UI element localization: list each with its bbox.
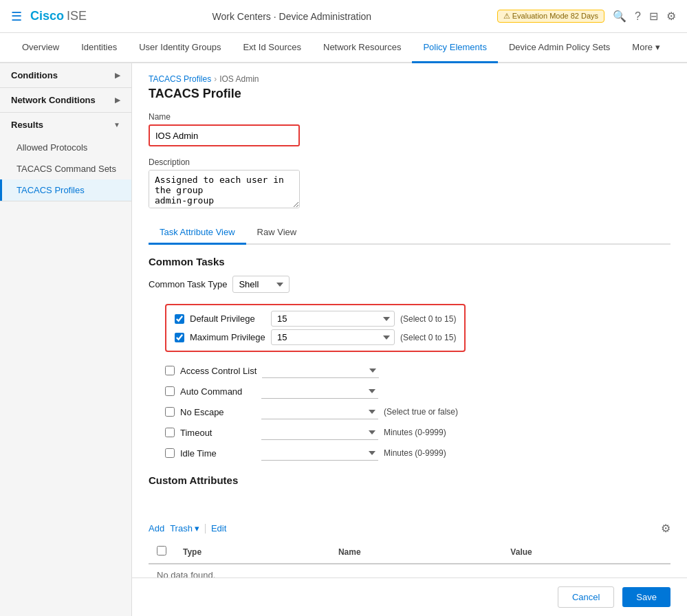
conditions-chevron-icon: ▶	[115, 72, 120, 79]
results-label: Results	[11, 120, 43, 130]
footer-bar: Cancel Save	[132, 578, 687, 616]
custom-attributes-section: Custom Attributes Add Trash ▾ Edit ⚙	[149, 474, 670, 586]
trash-button[interactable]: Trash ▾	[170, 523, 199, 534]
breadcrumb-current: IOS Admin	[219, 74, 259, 84]
top-header: ☰ Cisco ISE Work Centers · Device Admini…	[0, 0, 687, 33]
notifications-icon[interactable]: ⊟	[649, 10, 658, 23]
common-tasks-title: Common Tasks	[149, 256, 670, 267]
sidebar-item-tacacs-profiles[interactable]: TACACS Profiles	[0, 179, 131, 201]
toolbar-separator	[205, 524, 206, 534]
maximum-privilege-hint: (Select 0 to 15)	[400, 333, 456, 342]
nav-item-overview[interactable]: Overview	[11, 33, 70, 63]
default-privilege-hint: (Select 0 to 15)	[400, 314, 456, 324]
sidebar-section-results: Results ▼ Allowed Protocols TACACS Comma…	[0, 113, 131, 201]
common-task-type-select[interactable]: Shell Custom	[232, 276, 290, 293]
sidebar: Conditions ▶ Network Conditions ▶ Result…	[0, 63, 132, 616]
idle-time-hint: Minutes (0-9999)	[384, 448, 446, 458]
results-chevron-icon: ▼	[113, 121, 120, 129]
conditions-label: Conditions	[11, 70, 58, 80]
default-privilege-row: Default Privilege 15 0123 4567 891011 12…	[175, 311, 456, 327]
timeout-checkbox[interactable]	[165, 428, 175, 437]
default-privilege-select[interactable]: 15 0123 4567 891011 121314	[271, 311, 395, 327]
save-button[interactable]: Save	[622, 587, 670, 607]
common-task-type-label: Common Task Type	[149, 279, 227, 289]
sidebar-header-network-conditions[interactable]: Network Conditions ▶	[0, 88, 131, 112]
breadcrumb-parent[interactable]: TACACS Profiles	[149, 74, 211, 84]
nav-item-network-resources[interactable]: Network Resources	[312, 33, 412, 63]
col-type: Type	[175, 540, 330, 564]
cisco-logo: Cisco ISE	[30, 9, 87, 23]
nav-item-device-admin-policy-sets[interactable]: Device Admin Policy Sets	[498, 33, 621, 63]
maximum-privilege-row: Maximum Privilege 15 0123 4567 891011 12…	[175, 329, 456, 345]
sidebar-header-conditions[interactable]: Conditions ▶	[0, 63, 131, 87]
tab-task-attribute-view[interactable]: Task Attribute View	[149, 221, 246, 245]
auto-command-checkbox[interactable]	[165, 386, 175, 396]
hamburger-icon[interactable]: ☰	[11, 9, 22, 24]
auto-command-label: Auto Command	[180, 386, 256, 397]
settings-gear-icon[interactable]: ⚙	[661, 522, 670, 535]
nav-item-ext-id-sources[interactable]: Ext Id Sources	[232, 33, 312, 63]
edit-button[interactable]: Edit	[211, 523, 226, 534]
no-escape-checkbox[interactable]	[165, 407, 175, 417]
ise-brand: ISE	[67, 9, 87, 23]
tab-raw-view[interactable]: Raw View	[246, 221, 308, 245]
sidebar-section-conditions: Conditions ▶	[0, 63, 131, 88]
nav-item-user-identity-groups[interactable]: User Identity Groups	[128, 33, 232, 63]
default-privilege-checkbox[interactable]	[175, 314, 184, 324]
select-all-checkbox[interactable]	[157, 546, 166, 556]
more-chevron-icon: ▾	[655, 42, 660, 52]
idle-time-select[interactable]	[261, 446, 378, 461]
trash-chevron-icon: ▾	[195, 523, 199, 534]
privilege-block: Default Privilege 15 0123 4567 891011 12…	[165, 304, 466, 352]
common-tasks-section: Common Tasks Common Task Type Shell Cust…	[149, 256, 670, 461]
page-title: TACACS Profile	[149, 87, 670, 101]
access-control-list-select[interactable]	[262, 363, 379, 378]
more-label: More	[632, 42, 653, 52]
name-field-group: Name	[149, 112, 670, 146]
col-value: Value	[502, 540, 670, 564]
cisco-brand: Cisco	[30, 9, 64, 23]
col-name: Name	[330, 540, 502, 564]
sidebar-item-tacacs-command-sets[interactable]: TACACS Command Sets	[0, 158, 131, 179]
cancel-button[interactable]: Cancel	[558, 586, 614, 608]
settings-icon[interactable]: ⚙	[666, 10, 676, 23]
no-escape-label: No Escape	[180, 407, 256, 417]
breadcrumb: TACACS Profiles › IOS Admin	[149, 74, 670, 84]
timeout-row: Timeout Minutes (0-9999)	[165, 425, 670, 440]
description-textarea[interactable]: Assigned to each user in the group admin…	[149, 170, 300, 208]
nav-item-identities[interactable]: Identities	[70, 33, 128, 63]
idle-time-checkbox[interactable]	[165, 448, 175, 458]
sidebar-header-results[interactable]: Results ▼	[0, 113, 131, 137]
idle-time-label: Idle Time	[180, 448, 256, 459]
auto-command-select[interactable]	[261, 384, 378, 399]
default-privilege-label: Default Privilege	[190, 314, 265, 324]
header-title: Work Centers · Device Administration	[95, 11, 489, 22]
add-button[interactable]: Add	[149, 523, 164, 534]
main-layout: Conditions ▶ Network Conditions ▶ Result…	[0, 63, 687, 616]
nav-item-more[interactable]: More ▾	[621, 33, 671, 63]
maximum-privilege-select[interactable]: 15 0123 4567 891011 121314	[271, 329, 395, 345]
timeout-select[interactable]	[261, 425, 378, 440]
help-icon[interactable]: ?	[635, 10, 641, 23]
sidebar-section-network-conditions: Network Conditions ▶	[0, 88, 131, 113]
eval-badge[interactable]: ⚠ Evaluation Mode 82 Days	[497, 10, 604, 23]
description-label: Description	[149, 157, 670, 167]
nav-bar: Overview Identities User Identity Groups…	[0, 33, 687, 63]
sidebar-item-allowed-protocols[interactable]: Allowed Protocols	[0, 137, 131, 158]
timeout-hint: Minutes (0-9999)	[384, 428, 446, 437]
maximum-privilege-checkbox[interactable]	[175, 333, 184, 342]
header-right: ⚠ Evaluation Mode 82 Days 🔍 ? ⊟ ⚙	[497, 10, 676, 23]
search-icon[interactable]: 🔍	[613, 10, 626, 23]
maximum-privilege-label: Maximum Privilege	[190, 332, 265, 342]
network-conditions-label: Network Conditions	[11, 95, 96, 105]
trash-label: Trash	[170, 523, 193, 534]
description-field-group: Description Assigned to each user in the…	[149, 157, 670, 210]
nav-item-policy-elements[interactable]: Policy Elements	[412, 33, 497, 63]
idle-time-row: Idle Time Minutes (0-9999)	[165, 446, 670, 461]
no-escape-row: No Escape truefalse (Select true or fals…	[165, 404, 670, 419]
access-control-list-checkbox[interactable]	[165, 366, 175, 375]
no-escape-select[interactable]: truefalse	[261, 404, 378, 419]
task-type-row: Common Task Type Shell Custom	[149, 276, 670, 293]
name-input[interactable]	[149, 124, 300, 146]
breadcrumb-separator: ›	[214, 74, 217, 84]
